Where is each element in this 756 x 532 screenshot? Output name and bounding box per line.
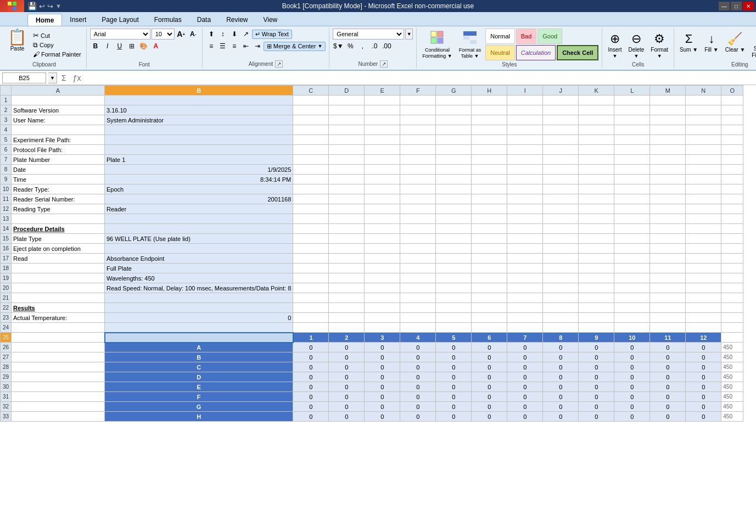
cell-g23[interactable] xyxy=(436,313,472,323)
cell-d1[interactable] xyxy=(329,96,365,105)
align-left-button[interactable]: ≡ xyxy=(206,41,217,52)
cell-g1[interactable] xyxy=(436,96,472,105)
cell-h20[interactable] xyxy=(472,283,507,293)
cell-n2[interactable] xyxy=(686,105,721,115)
cell-a5[interactable]: Experiment File Path: xyxy=(12,135,105,145)
cell-g27[interactable]: 0 xyxy=(436,352,472,362)
cell-i16[interactable] xyxy=(507,244,543,254)
cell-d16[interactable] xyxy=(329,244,365,254)
cell-c22[interactable] xyxy=(293,303,329,313)
cell-g22[interactable] xyxy=(436,303,472,313)
cell-c5[interactable] xyxy=(293,135,329,145)
cell-l33[interactable]: 0 xyxy=(614,412,650,422)
conditional-formatting-button[interactable]: ConditionalFormatting ▼ xyxy=(420,29,454,60)
cell-g3[interactable] xyxy=(436,115,472,125)
row-num-24[interactable]: 24 xyxy=(1,323,12,333)
cell-n15[interactable] xyxy=(686,234,721,244)
row-num-5[interactable]: 5 xyxy=(1,135,12,145)
cell-c33[interactable]: 0 xyxy=(293,412,329,422)
cell-h1[interactable] xyxy=(472,96,507,105)
cell-d3[interactable] xyxy=(329,115,365,125)
row-num-10[interactable]: 10 xyxy=(1,184,12,194)
cell-o11[interactable] xyxy=(721,194,743,204)
cell-f22[interactable] xyxy=(400,303,436,313)
cell-e22[interactable] xyxy=(365,303,400,313)
cell-f2[interactable] xyxy=(400,105,436,115)
cell-b15[interactable]: 96 WELL PLATE (Use plate lid) xyxy=(105,234,293,244)
cell-o18[interactable] xyxy=(721,264,743,273)
row-num-3[interactable]: 3 xyxy=(1,115,12,125)
cell-l8[interactable] xyxy=(614,165,650,175)
cell-o23[interactable] xyxy=(721,313,743,323)
row-num-30[interactable]: 30 xyxy=(1,382,12,392)
cell-c21[interactable] xyxy=(293,293,329,303)
cell-g28[interactable]: 0 xyxy=(436,362,472,372)
cell-a28[interactable] xyxy=(12,362,105,372)
col-head-j[interactable]: J xyxy=(543,86,579,96)
cell-k17[interactable] xyxy=(579,254,614,264)
cell-o9[interactable] xyxy=(721,175,743,184)
cell-b18[interactable]: Full Plate xyxy=(105,264,293,273)
cell-i6[interactable] xyxy=(507,145,543,155)
cell-k8[interactable] xyxy=(579,165,614,175)
insert-cells-button[interactable]: ⊕ Insert ▼ xyxy=(606,31,624,60)
cell-h28[interactable]: 0 xyxy=(472,362,507,372)
cell-j17[interactable] xyxy=(543,254,579,264)
cell-e26[interactable]: 0 xyxy=(365,343,400,352)
cell-h21[interactable] xyxy=(472,293,507,303)
cell-g8[interactable] xyxy=(436,165,472,175)
cell-o2[interactable] xyxy=(721,105,743,115)
number-format-select[interactable]: General xyxy=(333,29,404,40)
col-head-l[interactable]: L xyxy=(614,86,650,96)
cell-a2[interactable]: Software Version xyxy=(12,105,105,115)
cell-b5[interactable] xyxy=(105,135,293,145)
cell-h26[interactable]: 0 xyxy=(472,343,507,352)
cell-j28[interactable]: 0 xyxy=(543,362,579,372)
cell-c24[interactable] xyxy=(293,323,329,333)
cell-h17[interactable] xyxy=(472,254,507,264)
cell-f1[interactable] xyxy=(400,96,436,105)
cell-f11[interactable] xyxy=(400,194,436,204)
cell-h16[interactable] xyxy=(472,244,507,254)
cell-b33[interactable]: H xyxy=(105,412,293,422)
cell-b4[interactable] xyxy=(105,125,293,135)
cell-i29[interactable]: 0 xyxy=(507,372,543,382)
cell-b3[interactable]: System Administrator xyxy=(105,115,293,125)
cell-d23[interactable] xyxy=(329,313,365,323)
cell-j16[interactable] xyxy=(543,244,579,254)
cell-j18[interactable] xyxy=(543,264,579,273)
cell-d27[interactable]: 0 xyxy=(329,352,365,362)
cell-f10[interactable] xyxy=(400,184,436,194)
bold-button[interactable]: B xyxy=(90,41,101,52)
cell-i4[interactable] xyxy=(507,125,543,135)
cell-m19[interactable] xyxy=(650,273,686,283)
cell-h14[interactable] xyxy=(472,224,507,234)
cell-n23[interactable] xyxy=(686,313,721,323)
cell-b21[interactable] xyxy=(105,293,293,303)
cell-e30[interactable]: 0 xyxy=(365,382,400,392)
cell-c26[interactable]: 0 xyxy=(293,343,329,352)
cell-i26[interactable]: 0 xyxy=(507,343,543,352)
cell-m9[interactable] xyxy=(650,175,686,184)
cell-f6[interactable] xyxy=(400,145,436,155)
row-num-31[interactable]: 31 xyxy=(1,392,12,402)
name-box-dropdown[interactable]: ▼ xyxy=(48,72,57,83)
cell-f4[interactable] xyxy=(400,125,436,135)
cell-g31[interactable]: 0 xyxy=(436,392,472,402)
cell-k13[interactable] xyxy=(579,214,614,224)
row-num-14[interactable]: 14 xyxy=(1,224,12,234)
cell-l6[interactable] xyxy=(614,145,650,155)
cell-o12[interactable] xyxy=(721,204,743,214)
cell-n14[interactable] xyxy=(686,224,721,234)
font-color-button[interactable]: A xyxy=(150,41,161,52)
cell-j25[interactable]: 8 xyxy=(543,333,579,343)
col-head-a[interactable]: A xyxy=(12,86,105,96)
cell-m28[interactable]: 0 xyxy=(650,362,686,372)
cell-j8[interactable] xyxy=(543,165,579,175)
cell-m22[interactable] xyxy=(650,303,686,313)
cell-j7[interactable] xyxy=(543,155,579,165)
cell-l18[interactable] xyxy=(614,264,650,273)
cell-m15[interactable] xyxy=(650,234,686,244)
cell-m11[interactable] xyxy=(650,194,686,204)
cell-f7[interactable] xyxy=(400,155,436,165)
